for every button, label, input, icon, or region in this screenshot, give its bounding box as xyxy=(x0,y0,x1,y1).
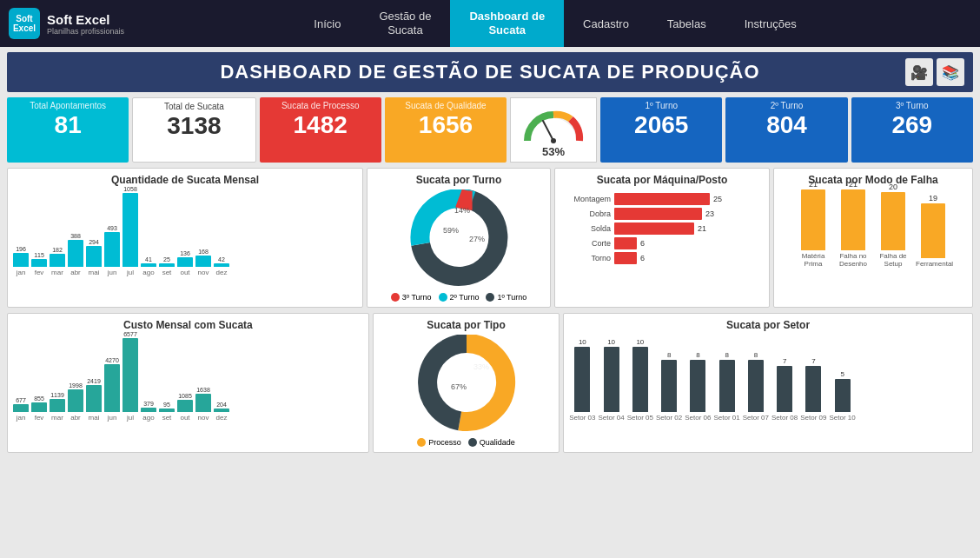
vbar-rect xyxy=(921,203,945,258)
bar-col-Setor 04: 10Setor 04 xyxy=(598,338,624,422)
main-content: DASHBOARD DE GESTÃO DE SUCATA DE PRODUÇÃ… xyxy=(0,47,980,463)
bar-label: mar xyxy=(51,269,63,276)
bar-value: 294 xyxy=(89,239,99,245)
vbar-rect xyxy=(801,189,825,250)
bar-col-ago: 41ago xyxy=(141,256,156,276)
bar-rect xyxy=(122,338,138,412)
bar-label: nov xyxy=(198,414,209,422)
kpi-label-2turno: 2º Turno xyxy=(732,101,840,110)
bar-col-jan: 677jan xyxy=(13,397,29,422)
hbar-value: 6 xyxy=(640,254,645,262)
bar-col-jun: 493jun xyxy=(104,225,120,276)
bar-col-dez: 204dez xyxy=(214,402,229,422)
monthly-chart-card: Quantidade de Sucata Mensal 196jan115fev… xyxy=(7,168,363,308)
brand-sub: Planilhas profissionais xyxy=(47,27,124,36)
bar-label: jul xyxy=(127,269,134,276)
bar-rect xyxy=(13,253,29,267)
bar-rect xyxy=(50,399,65,412)
bar-col-set: 95set xyxy=(159,402,175,422)
kpi-value-1turno: 2065 xyxy=(607,110,715,140)
bar-label: Setor 03 xyxy=(569,414,595,422)
setor-chart-title: Sucata por Setor xyxy=(569,319,967,331)
nav-inicio[interactable]: Início xyxy=(295,0,360,47)
book-icon[interactable]: 📚 xyxy=(937,58,964,86)
bar-label: jan xyxy=(17,269,26,276)
nav-cadastro[interactable]: Cadastro xyxy=(564,0,648,47)
bar-rect xyxy=(805,366,821,412)
charts-row-2: Custo Mensal com Sucata 677jan855fev1139… xyxy=(7,313,973,453)
bar-value: 493 xyxy=(107,225,117,231)
vbar-col: 20Falha de Setup xyxy=(876,183,910,268)
bar-col-mai: 294mai xyxy=(86,239,102,276)
legend-dot-3turno xyxy=(391,293,400,302)
bar-value: 2419 xyxy=(87,378,101,384)
bar-label: Setor 04 xyxy=(598,414,624,422)
bar-rect xyxy=(141,263,156,267)
bar-label: Setor 07 xyxy=(743,414,769,422)
bar-col-abr: 1998abr xyxy=(68,382,83,422)
legend-label-2turno: 2º Turno xyxy=(450,293,480,302)
bar-label: mar xyxy=(51,414,63,422)
hbar-bar-rect xyxy=(614,208,702,220)
hbar-label: Solda xyxy=(560,224,611,233)
svg-text:33%: 33% xyxy=(473,362,489,371)
hbar-row: Montagem25 xyxy=(560,193,764,205)
gauge-pct: 53% xyxy=(542,145,565,158)
gauge-svg xyxy=(519,102,588,145)
kpi-2turno: 2º Turno 804 xyxy=(725,97,847,163)
bar-rect xyxy=(104,232,120,267)
bar-rect xyxy=(68,389,83,412)
setor-bar-chart: 10Setor 0310Setor 0410Setor 058Setor 028… xyxy=(569,335,967,422)
title-text: DASHBOARD DE GESTÃO DE SUCATA DE PRODUÇÃ… xyxy=(220,61,759,83)
nav-gestao[interactable]: Gestão deSucata xyxy=(360,0,450,47)
kpi-total-sucata: Total de Sucata 3138 xyxy=(132,97,255,163)
tipo-legend: Processo Qualidade xyxy=(417,438,515,447)
nav-instrucoes[interactable]: Instruções xyxy=(725,0,816,47)
bar-rect xyxy=(31,402,47,412)
bar-value: 4270 xyxy=(105,357,119,363)
vbar-value: 21 xyxy=(849,180,858,189)
bar-label: jun xyxy=(108,414,117,422)
bar-value: 168 xyxy=(198,249,209,255)
bar-label: Setor 06 xyxy=(685,414,711,422)
bar-label: Setor 05 xyxy=(627,414,653,422)
brand: SoftExcel Soft Excel Planilhas profissio… xyxy=(9,8,139,39)
hbar-row: Dobra23 xyxy=(560,208,764,220)
kpi-value-qualidade: 1656 xyxy=(392,110,500,140)
kpi-value-apontamentos: 81 xyxy=(14,110,122,140)
legend-1turno: 1º Turno xyxy=(486,293,526,302)
bar-col-jan: 196jan xyxy=(13,246,29,276)
bar-value: 8 xyxy=(754,351,758,359)
nav-dashboard[interactable]: Dashboard deSucata xyxy=(450,0,564,47)
bar-label: jan xyxy=(17,414,26,422)
tipo-chart-card: Sucata por Tipo 67% 33% Processo xyxy=(373,313,560,453)
video-icon[interactable]: 🎥 xyxy=(905,58,933,86)
kpi-label-1turno: 1º Turno xyxy=(607,101,715,110)
nav-tabelas[interactable]: Tabelas xyxy=(648,0,725,47)
bar-value: 7 xyxy=(783,357,786,365)
bar-label: abr xyxy=(70,269,81,276)
vbar-rect xyxy=(841,189,865,250)
bar-rect xyxy=(214,409,229,412)
turno-chart-title: Sucata por Turno xyxy=(416,174,501,186)
kpi-3turno: 3º Turno 269 xyxy=(851,97,973,163)
kpi-value-3turno: 269 xyxy=(858,110,966,140)
bar-label: jun xyxy=(108,269,117,276)
hbar-row: Solda21 xyxy=(560,223,764,235)
bar-rect xyxy=(86,246,102,267)
bar-value: 1085 xyxy=(178,393,192,399)
vbar-label: Matéria Prima xyxy=(796,252,831,268)
bar-rect xyxy=(835,379,851,412)
bar-col-abr: 388abr xyxy=(68,233,83,276)
kpi-label-apontamentos: Total Apontamentos xyxy=(14,101,122,110)
bar-value: 1058 xyxy=(123,186,137,192)
bar-label: fev xyxy=(35,269,44,276)
hbar-value: 25 xyxy=(713,195,722,203)
bar-value: 8 xyxy=(667,351,671,359)
bar-col-set: 25set xyxy=(159,256,175,276)
bar-rect xyxy=(719,360,735,412)
bar-label: ago xyxy=(142,269,154,276)
hbar-value: 23 xyxy=(705,209,714,218)
bar-label: dez xyxy=(216,269,228,276)
gauge-card: 53% xyxy=(510,97,597,163)
